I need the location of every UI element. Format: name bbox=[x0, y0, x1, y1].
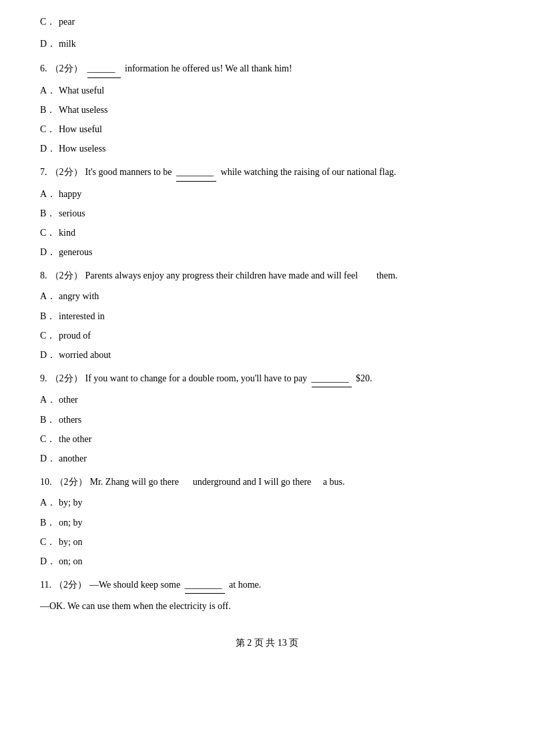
option-c: C． the other bbox=[40, 431, 494, 447]
option-letter: A． bbox=[40, 186, 59, 202]
option-b: B． others bbox=[40, 411, 494, 428]
option-c: C． kind bbox=[40, 224, 494, 241]
option-text: kind bbox=[59, 224, 75, 241]
option-text: happy bbox=[59, 186, 81, 202]
option-c: C． proud of bbox=[40, 327, 494, 344]
question-number: 6. bbox=[40, 60, 47, 77]
question-6: 6. （2分） ______ information he offered us… bbox=[40, 60, 494, 77]
option-text: the other bbox=[59, 431, 91, 447]
page-number: 第 2 页 共 13 页 bbox=[236, 638, 299, 648]
option-text: How useless bbox=[59, 140, 105, 157]
question-11-continuation: —OK. We can use them when the electricit… bbox=[40, 598, 494, 614]
question-number: 8. bbox=[40, 267, 47, 284]
page-footer: 第 2 页 共 13 页 bbox=[40, 634, 494, 651]
option-letter: C． bbox=[40, 534, 59, 550]
question-score: （2分） bbox=[55, 474, 87, 490]
option-letter: A． bbox=[40, 82, 59, 99]
option-letter: D． bbox=[40, 35, 59, 52]
option-text: serious bbox=[59, 205, 85, 222]
option-letter: C． bbox=[40, 327, 59, 344]
option-text: What useful bbox=[59, 82, 104, 99]
option-text: on; by bbox=[59, 514, 82, 531]
option-text: on; on bbox=[59, 553, 82, 570]
option-letter: C． bbox=[40, 13, 59, 30]
question-8: 8. （2分） Parents always enjoy any progres… bbox=[40, 267, 494, 284]
question-number: 9. bbox=[40, 370, 47, 387]
question-text: If you want to change for a double room,… bbox=[85, 370, 495, 387]
option-d-milk: D． milk bbox=[40, 35, 494, 52]
question-number: 7. bbox=[40, 164, 47, 180]
option-d: D． on; on bbox=[40, 553, 494, 570]
option-letter: B． bbox=[40, 514, 59, 531]
option-text: proud of bbox=[59, 327, 91, 344]
option-d: D． generous bbox=[40, 244, 494, 260]
option-text: others bbox=[59, 411, 81, 428]
option-a: A． other bbox=[40, 391, 494, 408]
option-d: D． another bbox=[40, 450, 494, 467]
option-text: worried about bbox=[59, 347, 111, 363]
option-d: D． How useless bbox=[40, 140, 494, 157]
option-letter: A． bbox=[40, 391, 59, 408]
option-a: A． by; by bbox=[40, 494, 494, 511]
option-letter: C． bbox=[40, 224, 59, 241]
question-text: Parents always enjoy any progress their … bbox=[85, 267, 495, 284]
question-7: 7. （2分） It's good manners to be ________… bbox=[40, 164, 494, 181]
option-a: A． What useful bbox=[40, 82, 494, 99]
option-b: B． What useless bbox=[40, 102, 494, 118]
option-letter: A． bbox=[40, 494, 59, 511]
option-b: B． serious bbox=[40, 205, 494, 222]
question-number: 10. bbox=[40, 474, 52, 490]
question-text: Mr. Zhang will go there underground and … bbox=[90, 474, 495, 490]
option-text: How useful bbox=[59, 121, 102, 138]
question-score: （2分） bbox=[50, 164, 83, 180]
blank: ______ bbox=[87, 60, 121, 77]
option-c-pear: C． pear bbox=[40, 13, 494, 30]
option-letter: B． bbox=[40, 411, 59, 428]
option-letter: D． bbox=[40, 244, 59, 260]
question-text: —We should keep some ________ at home. bbox=[89, 576, 494, 594]
question-9: 9. （2分） If you want to change for a doub… bbox=[40, 370, 494, 387]
option-text: by; on bbox=[59, 534, 82, 550]
option-text: other bbox=[59, 391, 78, 408]
option-text: another bbox=[59, 450, 87, 467]
option-letter: A． bbox=[40, 288, 59, 305]
question-score: （2分） bbox=[50, 60, 83, 77]
blank: ________ bbox=[176, 164, 216, 181]
option-letter: B． bbox=[40, 308, 59, 325]
option-text: What useless bbox=[59, 102, 107, 118]
option-text: angry with bbox=[59, 288, 99, 305]
option-b: B． on; by bbox=[40, 514, 494, 531]
option-text: pear bbox=[59, 13, 75, 30]
option-letter: D． bbox=[40, 450, 59, 467]
blank: ________ bbox=[185, 576, 225, 594]
option-letter: C． bbox=[40, 121, 59, 138]
blank: ________ bbox=[312, 370, 352, 387]
option-letter: B． bbox=[40, 205, 59, 222]
option-a: A． happy bbox=[40, 186, 494, 202]
option-d: D． worried about bbox=[40, 347, 494, 363]
question-number: 11. bbox=[40, 576, 51, 593]
question-score: （2分） bbox=[50, 370, 83, 387]
option-text: interested in bbox=[59, 308, 105, 325]
option-letter: D． bbox=[40, 347, 59, 363]
question-10: 10. （2分） Mr. Zhang will go there undergr… bbox=[40, 474, 494, 490]
question-text: It's good manners to be ________ while w… bbox=[85, 164, 495, 181]
option-text: milk bbox=[59, 35, 76, 52]
option-letter: B． bbox=[40, 102, 59, 118]
option-b: B． interested in bbox=[40, 308, 494, 325]
option-a: A． angry with bbox=[40, 288, 494, 305]
question-11: 11. （2分） —We should keep some ________ a… bbox=[40, 576, 494, 594]
option-text: generous bbox=[59, 244, 93, 260]
question-continuation-text: —OK. We can use them when the electricit… bbox=[40, 598, 494, 614]
option-text: by; by bbox=[59, 494, 82, 511]
option-c: C． How useful bbox=[40, 121, 494, 138]
option-letter: D． bbox=[40, 140, 59, 157]
question-score: （2分） bbox=[50, 267, 83, 284]
option-letter: C． bbox=[40, 431, 59, 447]
option-c: C． by; on bbox=[40, 534, 494, 550]
question-score: （2分） bbox=[54, 576, 87, 593]
question-text: ______ information he offered us! We all… bbox=[85, 60, 495, 77]
option-letter: D． bbox=[40, 553, 59, 570]
